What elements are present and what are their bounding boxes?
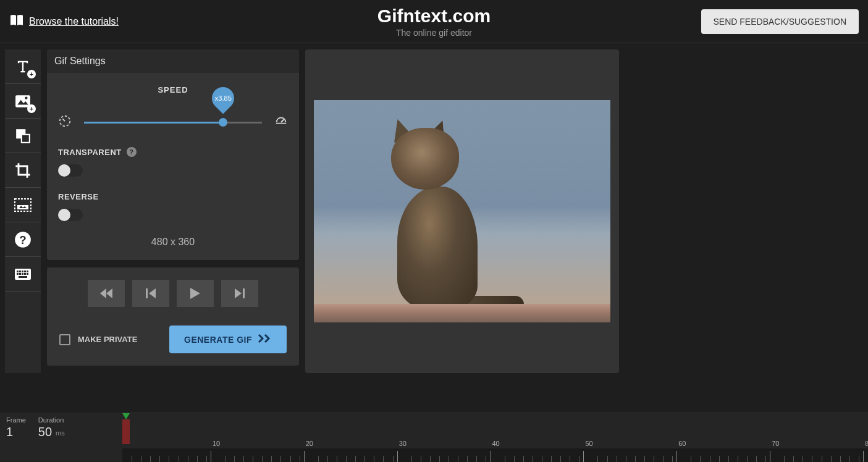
svg-rect-14 xyxy=(24,271,26,272)
play-button[interactable] xyxy=(177,280,214,307)
prev-frame-button[interactable] xyxy=(132,280,169,307)
svg-text:?: ? xyxy=(19,233,26,246)
svg-rect-29 xyxy=(243,288,245,298)
dimensions-label: 480 x 360 xyxy=(58,237,288,248)
tick-label: 80 xyxy=(865,440,868,447)
tick-label: 40 xyxy=(492,440,500,447)
svg-marker-30 xyxy=(122,413,130,419)
make-private-checkbox[interactable]: MAKE PRIVATE xyxy=(59,334,137,345)
frame-label: Frame xyxy=(6,416,26,424)
browse-tutorials-link[interactable]: Browse the tutorials! xyxy=(9,14,119,29)
svg-rect-19 xyxy=(24,273,26,275)
svg-rect-13 xyxy=(22,271,23,272)
add-image-tool[interactable]: + xyxy=(5,84,41,119)
tick-label: 50 xyxy=(585,440,592,447)
generate-label: GENERATE GIF xyxy=(184,335,252,345)
next-frame-button[interactable] xyxy=(221,280,258,307)
feedback-button[interactable]: SEND FEEDBACK/SUGGESTION xyxy=(701,9,859,34)
tick-label: 10 xyxy=(213,440,220,447)
svg-marker-26 xyxy=(149,288,156,298)
tick-label: 60 xyxy=(678,440,686,447)
speed-fast-icon xyxy=(274,114,288,130)
svg-rect-18 xyxy=(22,273,23,275)
duration-label: Duration xyxy=(38,416,65,424)
plus-icon: + xyxy=(27,104,36,113)
gif-settings-panel: Gif Settings SPEED x3.85 xyxy=(47,49,299,260)
svg-marker-24 xyxy=(106,288,112,298)
help-tool[interactable]: ? xyxy=(5,222,41,257)
svg-rect-4 xyxy=(22,134,30,142)
rewind-button[interactable] xyxy=(88,280,125,307)
svg-rect-12 xyxy=(19,271,21,272)
panel-title: Gif Settings xyxy=(47,49,299,73)
playhead-icon[interactable] xyxy=(122,413,130,419)
svg-rect-20 xyxy=(27,273,28,275)
plus-icon: + xyxy=(27,70,36,78)
frame-value: 1 xyxy=(6,425,26,439)
svg-rect-21 xyxy=(19,276,27,278)
duration-unit: ms xyxy=(56,429,65,437)
timeline: Frame 1 Duration 50 ms 1020304050607080 xyxy=(0,413,868,462)
svg-rect-17 xyxy=(19,273,21,275)
crop-tool[interactable] xyxy=(5,153,41,188)
site-subtitle: The online gif editor xyxy=(377,28,491,38)
svg-point-2 xyxy=(25,96,27,99)
reverse-label: REVERSE xyxy=(58,192,99,201)
speed-value: x3.85 xyxy=(214,94,231,102)
frames-tool[interactable] xyxy=(5,188,41,222)
canvas-area[interactable] xyxy=(305,49,619,373)
svg-rect-11 xyxy=(17,271,19,272)
speed-slider[interactable]: x3.85 xyxy=(84,113,262,132)
controls-panel: MAKE PRIVATE GENERATE GIF xyxy=(47,267,299,366)
transparent-toggle[interactable] xyxy=(58,164,83,177)
duration-value[interactable]: 50 xyxy=(38,425,52,439)
generate-gif-button[interactable]: GENERATE GIF xyxy=(169,326,287,353)
toolbar: + + ? xyxy=(5,49,41,373)
svg-marker-27 xyxy=(190,288,200,299)
tick-label: 20 xyxy=(306,440,313,447)
speed-slow-icon xyxy=(58,114,72,130)
add-text-tool[interactable]: + xyxy=(5,49,41,84)
reverse-toggle[interactable] xyxy=(58,209,83,221)
keyboard-tool[interactable] xyxy=(5,257,41,292)
svg-marker-28 xyxy=(235,288,242,298)
help-icon[interactable]: ? xyxy=(127,147,137,157)
tutorials-label: Browse the tutorials! xyxy=(29,16,119,27)
svg-rect-16 xyxy=(17,273,19,275)
transparent-label: TRANSPARENT xyxy=(58,148,122,157)
tick-label: 70 xyxy=(772,440,779,447)
gif-preview xyxy=(314,100,610,322)
timeline-ruler[interactable]: 1020304050607080 xyxy=(122,413,868,462)
svg-rect-15 xyxy=(27,271,28,272)
svg-rect-6 xyxy=(17,205,28,209)
chevron-right-icon xyxy=(258,334,272,345)
speed-label: SPEED xyxy=(58,85,288,94)
make-private-label: MAKE PRIVATE xyxy=(78,335,137,344)
shape-tool[interactable] xyxy=(5,119,41,153)
svg-rect-25 xyxy=(146,288,148,298)
frame-block[interactable] xyxy=(122,419,130,444)
tick-label: 30 xyxy=(399,440,407,447)
site-title: Gifntext.com xyxy=(377,6,491,27)
svg-marker-23 xyxy=(100,288,106,298)
book-icon xyxy=(9,14,24,29)
